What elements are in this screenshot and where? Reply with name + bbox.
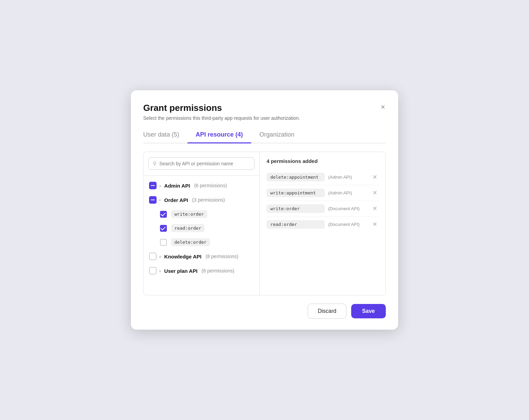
order-api-name: Order API — [164, 197, 188, 203]
tab-organization[interactable]: Organization — [251, 128, 303, 143]
remove-write-order-button[interactable]: ✕ — [371, 205, 379, 212]
read-order-added-source: (Document API) — [328, 222, 368, 227]
tab-api-resource[interactable]: API resource (4) — [187, 128, 251, 143]
admin-api-chevron: › — [159, 183, 161, 188]
knowledge-api-chevron: › — [159, 254, 161, 259]
delete-order-tag: delete:order — [171, 238, 210, 246]
admin-api-count: (6 permissions) — [194, 183, 227, 188]
close-button[interactable]: × — [380, 103, 386, 112]
read-order-tag: read:order — [171, 224, 205, 232]
permissions-added-title: 4 permissions added — [267, 158, 379, 164]
api-group-user-plan-header[interactable]: › User plan API (8 permissions) — [144, 264, 259, 278]
write-order-added-source: (Document API) — [328, 206, 368, 211]
discard-button[interactable]: Discard — [308, 304, 346, 319]
order-api-chevron: › — [158, 199, 163, 201]
added-perm-write-order: write:order (Document API) ✕ — [267, 201, 379, 217]
write-order-added-tag: write:order — [267, 204, 325, 213]
order-api-count: (3 permissions) — [192, 197, 225, 203]
api-list: › Admin API (6 permissions) › Order API … — [144, 176, 259, 295]
save-button[interactable]: Save — [351, 304, 386, 318]
admin-api-name: Admin API — [164, 183, 190, 189]
added-perm-write-appointment: write:appointment (Admin API) ✕ — [267, 185, 379, 201]
modal-title: Grant permissions — [143, 103, 222, 113]
write-order-checkbox[interactable] — [160, 211, 167, 218]
write-order-tag: write:order — [171, 210, 207, 218]
knowledge-api-name: Knowledge API — [164, 254, 201, 259]
api-group-order-header[interactable]: › Order API (3 permissions) — [144, 193, 259, 207]
search-box: ⚲ — [144, 152, 259, 176]
left-panel: ⚲ › Admin API (6 permissions) — [144, 152, 260, 295]
read-order-added-tag: read:order — [267, 220, 325, 229]
tabs-container: User data (5) API resource (4) Organizat… — [143, 128, 386, 143]
user-plan-api-count: (8 permissions) — [201, 268, 234, 273]
read-order-checkbox[interactable] — [160, 225, 167, 232]
order-api-minus-icon — [149, 196, 157, 204]
order-api-permissions: write:order read:order delete:order — [144, 207, 259, 249]
api-group-knowledge-header[interactable]: › Knowledge API (8 permissions) — [144, 249, 259, 264]
search-icon: ⚲ — [153, 161, 157, 167]
modal-header: Grant permissions × — [143, 103, 386, 113]
added-perm-delete-appointment: delete:appointment (Admin API) ✕ — [267, 169, 379, 185]
delete-appointment-source: (Admin API) — [328, 175, 368, 180]
user-plan-api-name: User plan API — [164, 268, 197, 274]
permission-write-order: write:order — [160, 207, 259, 221]
search-input-wrap: ⚲ — [148, 157, 255, 170]
user-plan-api-chevron: › — [159, 268, 161, 273]
api-group-user-plan: › User plan API (8 permissions) — [144, 264, 259, 278]
search-input[interactable] — [159, 161, 250, 166]
modal-footer: Discard Save — [143, 304, 386, 319]
remove-read-order-button[interactable]: ✕ — [371, 221, 379, 228]
write-appointment-source: (Admin API) — [328, 190, 368, 195]
added-perm-read-order: read:order (Document API) ✕ — [267, 217, 379, 232]
api-group-admin: › Admin API (6 permissions) — [144, 178, 259, 193]
write-appointment-tag: write:appointment — [267, 189, 325, 197]
delete-appointment-tag: delete:appointment — [267, 173, 325, 181]
permission-read-order: read:order — [160, 221, 259, 235]
api-group-knowledge: › Knowledge API (8 permissions) — [144, 249, 259, 264]
permission-delete-order: delete:order — [160, 235, 259, 249]
admin-api-minus-icon — [149, 182, 157, 189]
remove-delete-appointment-button[interactable]: ✕ — [371, 174, 379, 181]
right-panel: 4 permissions added delete:appointment (… — [260, 152, 385, 295]
modal-subtitle: Select the permissions this third-party … — [143, 115, 386, 121]
user-plan-api-checkbox[interactable] — [149, 267, 157, 275]
tab-user-data[interactable]: User data (5) — [143, 128, 187, 143]
knowledge-api-count: (8 permissions) — [206, 254, 238, 259]
knowledge-api-checkbox[interactable] — [149, 253, 157, 260]
api-group-admin-header[interactable]: › Admin API (6 permissions) — [144, 178, 259, 193]
content-area: ⚲ › Admin API (6 permissions) — [143, 152, 386, 295]
api-group-order: › Order API (3 permissions) write:order … — [144, 193, 259, 249]
grant-permissions-modal: Grant permissions × Select the permissio… — [131, 90, 398, 330]
remove-write-appointment-button[interactable]: ✕ — [371, 189, 379, 196]
delete-order-checkbox[interactable] — [160, 239, 167, 246]
